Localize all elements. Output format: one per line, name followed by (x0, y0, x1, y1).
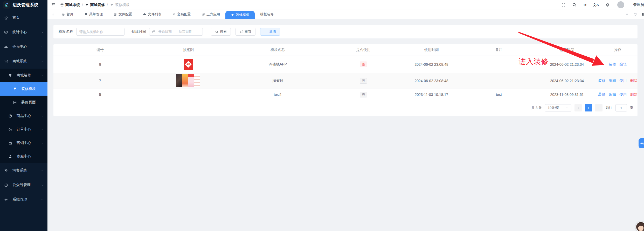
header-actions: Tt 文A 管理员 (561, 1, 644, 8)
tab-trade-config[interactable]: 交易配置 (167, 10, 196, 19)
sidebar-item-customer-service-center[interactable]: 客服中心 (0, 150, 47, 163)
cell-in-use: 否 (326, 78, 401, 84)
breadcrumb-separator: / (107, 3, 108, 7)
preview-tile (176, 74, 182, 87)
translate-icon[interactable]: 文A (593, 3, 599, 7)
delete-link[interactable]: 删除 (630, 92, 638, 97)
template-name-input[interactable] (76, 28, 124, 36)
page-number-button[interactable]: 1 (585, 104, 592, 111)
refresh-icon (240, 30, 243, 34)
next-page-button[interactable] (595, 104, 603, 111)
preview-tile (188, 74, 194, 87)
plus-icon (264, 30, 268, 34)
font-size-icon[interactable]: Tt (583, 3, 586, 7)
sidebar-item-product-center[interactable]: 商品中心 (0, 109, 47, 123)
page-size-select[interactable]: 10条/页 (545, 104, 571, 111)
cell-id: 5 (53, 93, 147, 97)
user-avatar[interactable] (617, 1, 624, 8)
status-badge: 否 (360, 92, 367, 97)
tab-label: 装修模板 (236, 12, 249, 17)
tabs-scroll-left-icon[interactable] (51, 13, 55, 16)
layout-icon[interactable] (642, 12, 644, 16)
refresh-icon[interactable] (633, 12, 637, 16)
sidebar-item-label: 淘客系统 (12, 168, 27, 173)
add-button[interactable]: 新增 (260, 28, 280, 36)
sidebar-item-member-center[interactable]: 会员中心 (0, 39, 47, 54)
status-badge: 是 (360, 62, 367, 67)
tab-home[interactable]: 首页 (56, 10, 79, 19)
search-button[interactable]: 搜索 (211, 28, 231, 36)
tab-decoration-template[interactable]: 装修模板 (225, 11, 255, 19)
decorate-link[interactable]: 装修 (609, 62, 616, 67)
start-date-placeholder: 开始日期 (158, 29, 172, 34)
annotation-text: 进入装修 (518, 57, 549, 67)
chevron-down-icon (41, 115, 44, 117)
top-header: 商城系统 / 商城装修 / 装修模板 Tt 文A 管理员 (47, 0, 644, 10)
sidebar-item-official-account[interactable]: 公众号管理 (0, 178, 47, 192)
use-link[interactable]: 使用 (620, 92, 627, 97)
goto-label: 前往 (606, 105, 612, 110)
delete-link[interactable]: 删除 (630, 78, 638, 83)
decorate-link[interactable]: 装修 (598, 92, 606, 97)
sidebar-submenu-mall-system: 商城装修 装修模板 装修页面 商品中心 订单中心 (0, 69, 47, 163)
sidebar-item-stats-center[interactable]: 统计中心 (0, 25, 47, 39)
sidebar-item-label: 商品中心 (17, 114, 31, 118)
chevron-down-icon (41, 198, 44, 201)
tabs-scroll-right-icon[interactable] (625, 12, 629, 16)
search-icon[interactable] (572, 3, 577, 7)
preview-badge: 省钱 (185, 61, 192, 68)
tab-file-list[interactable]: 文件列表 (137, 10, 167, 19)
app-icon (202, 12, 205, 16)
sidebar-item-decoration-page[interactable]: 装修页面 (0, 96, 47, 109)
sidebar-item-decoration-template[interactable]: 装修模板 (0, 82, 47, 96)
sidebar-item-system-management[interactable]: 系统管理 (0, 192, 47, 207)
goto-page-input[interactable] (615, 104, 627, 111)
brush-icon (85, 3, 89, 7)
edit-link[interactable]: 编辑 (620, 62, 627, 67)
date-range-picker[interactable]: 开始日期 – 结束日期 (149, 28, 203, 36)
sidebar-item-mall-system[interactable]: 商城系统 (0, 54, 47, 69)
chevron-up-icon (41, 74, 44, 77)
sidebar-item-label: 统计中心 (12, 30, 27, 35)
app-logo-icon (3, 1, 10, 9)
grid-icon (84, 12, 88, 16)
tab-file-config[interactable]: 文件配置 (108, 10, 137, 19)
prev-page-button[interactable] (574, 104, 582, 111)
sidebar-item-mall-decoration[interactable]: 商城装修 (0, 69, 47, 82)
edit-link[interactable]: 编辑 (609, 92, 616, 97)
breadcrumb-label: 装修模板 (115, 3, 130, 7)
sidebar-item-home[interactable]: 首页 (0, 10, 47, 25)
cell-created: 2024-06-02 21:23:34 (536, 79, 598, 83)
tab-label: 交易配置 (177, 12, 191, 17)
sidebar: 迈沃管理系统 首页 统计中心 会员中心 商城系统 商城装修 (0, 0, 47, 231)
fullscreen-icon[interactable] (561, 3, 566, 7)
sidebar-item-taoke-system[interactable]: 淘客系统 (0, 163, 47, 178)
tab-template-decoration[interactable]: 模板装修 (255, 10, 279, 19)
bell-icon[interactable] (605, 3, 610, 7)
preview-image[interactable] (176, 74, 200, 87)
edit-link[interactable]: 编辑 (609, 78, 616, 83)
use-link[interactable]: 使用 (620, 78, 627, 83)
settings-fab-button[interactable] (639, 138, 644, 148)
gear-icon (172, 12, 176, 16)
brush-icon (110, 3, 114, 7)
gear-icon (4, 198, 8, 202)
assistant-avatar[interactable] (635, 221, 644, 231)
preview-image[interactable]: 省钱 (184, 59, 193, 70)
app-title: 迈沃管理系统 (13, 2, 38, 8)
tab-menu-management[interactable]: 菜单管理 (79, 10, 108, 19)
tab-third-party-apps[interactable]: 三方应用 (196, 10, 225, 19)
gear-icon (640, 141, 644, 146)
page-unit-label: 页 (630, 105, 633, 110)
pagination-total: 共 3 条 (531, 105, 542, 110)
breadcrumb: 商城系统 / 商城装修 / 装修模板 (60, 3, 130, 7)
reset-button[interactable]: 重置 (236, 28, 255, 36)
decorate-link[interactable]: 装修 (598, 78, 606, 83)
sidebar-item-order-center[interactable]: 订单中心 (0, 123, 47, 136)
app-logo[interactable]: 迈沃管理系统 (0, 0, 47, 10)
sidebar-item-marketing-center[interactable]: 营销中心 (0, 136, 47, 150)
collapse-sidebar-icon[interactable] (51, 3, 56, 7)
sidebar-item-label: 装修模板 (21, 87, 36, 91)
breadcrumb-item-mall-system[interactable]: 商城系统 (60, 3, 80, 7)
breadcrumb-item-mall-decoration[interactable]: 商城装修 (85, 3, 105, 7)
